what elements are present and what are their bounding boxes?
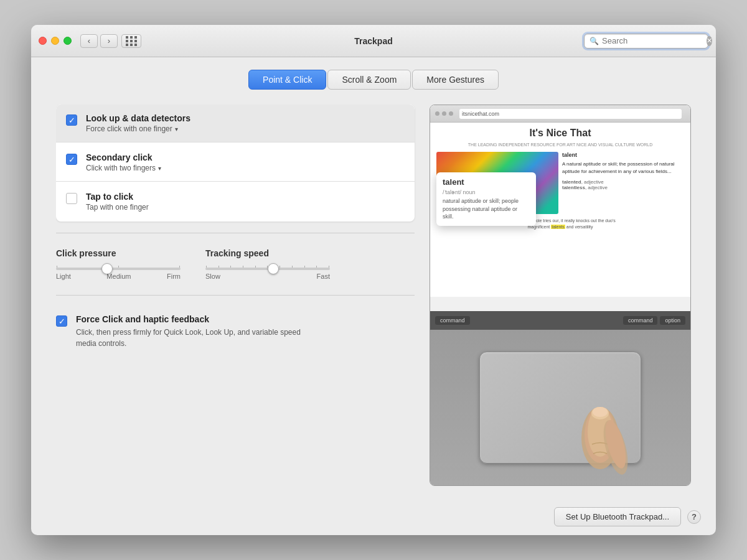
- divider-2: [56, 295, 415, 296]
- force-click-label: Force Click and haptic feedback: [76, 314, 312, 324]
- option-lookup-text: Look up & data detectors Force click wit…: [86, 113, 190, 133]
- search-box[interactable]: 🔍 ✕: [584, 34, 708, 49]
- option-secondary-click-text: Secondary click Click with two fingers ▾: [86, 152, 161, 172]
- browser-dot-3: [449, 111, 453, 116]
- popup-definition: natural aptitude or skill; people posses…: [443, 197, 530, 221]
- browser-address: itsnicethat.com: [459, 109, 682, 119]
- secondary-dropdown-arrow[interactable]: ▾: [158, 165, 161, 172]
- browser-content: It's Nice That THE LEADING INDEPENDENT R…: [430, 123, 690, 297]
- lookup-dropdown-arrow[interactable]: ▾: [175, 126, 178, 133]
- trackpad-surface: [479, 352, 641, 464]
- sliders-section: Click pressure Light Medium Firm: [56, 243, 415, 285]
- content-area: Point & Click Scroll & Zoom More Gesture…: [31, 57, 716, 498]
- click-pressure-labels: Light Medium Firm: [56, 273, 181, 280]
- tracking-speed-group: Tracking speed Slow Fast: [205, 248, 330, 280]
- option-lookup-label: Look up & data detectors: [86, 113, 190, 123]
- right-panel: itsnicethat.com It's Nice That THE LEADI…: [430, 105, 691, 486]
- article-more-text: talented, adjective talentless, adjectiv…: [562, 179, 684, 190]
- force-click-description: Click, then press firmly for Quick Look,…: [76, 327, 312, 349]
- tracking-speed-labels: Slow Fast: [205, 273, 330, 280]
- force-click-section[interactable]: ✓ Force Click and haptic feedback Click,…: [56, 306, 415, 358]
- secondary-sub-text: Click with two fingers: [86, 164, 156, 172]
- article-text: A natural aptitude or skill; the possess…: [562, 161, 684, 175]
- kbd-option: option: [660, 316, 685, 325]
- lookup-sub-text: Force click with one finger: [86, 124, 172, 133]
- label-firm: Firm: [167, 273, 181, 280]
- grid-button[interactable]: [121, 34, 141, 48]
- label-medium: Medium: [106, 273, 131, 280]
- setup-bluetooth-button[interactable]: Set Up Bluetooth Trackpad...: [554, 507, 681, 526]
- main-window: ‹ › Trackpad 🔍 ✕ Point & Click Scroll & …: [31, 25, 716, 535]
- checkbox-lookup[interactable]: ✓: [66, 114, 77, 126]
- lookup-popup: talent /ˈtalənt/ noun natural aptitude o…: [436, 172, 536, 226]
- bottom-bar: Set Up Bluetooth Trackpad... ?: [31, 498, 716, 535]
- site-subtitle: THE LEADING INDEPENDENT RESOURCE FOR ART…: [436, 142, 684, 147]
- popup-phonetic: /ˈtalənt/ noun: [443, 189, 530, 195]
- window-title: Trackpad: [354, 36, 392, 46]
- forward-icon: ›: [108, 36, 110, 45]
- option-secondary-click-sublabel: Click with two fingers ▾: [86, 164, 161, 172]
- site-title: It's Nice That: [436, 128, 684, 139]
- option-tap-to-click-label: Tap to click: [86, 192, 149, 202]
- help-button[interactable]: ?: [687, 510, 701, 524]
- title-bar: ‹ › Trackpad 🔍 ✕: [31, 25, 716, 57]
- left-panel: ✓ Look up & data detectors Force click w…: [56, 105, 415, 486]
- trackpad-preview: command command option: [430, 311, 690, 485]
- tab-bar: Point & Click Scroll & Zoom More Gesture…: [56, 70, 691, 90]
- option-secondary-click[interactable]: ✓ Secondary click Click with two fingers…: [56, 144, 415, 182]
- main-layout: ✓ Look up & data detectors Force click w…: [56, 105, 691, 486]
- maximize-button[interactable]: [63, 37, 72, 45]
- click-pressure-label: Click pressure: [56, 248, 181, 258]
- checkbox-tap-to-click[interactable]: [66, 193, 77, 204]
- tracking-speed-slider[interactable]: [205, 268, 330, 270]
- minimize-button[interactable]: [51, 37, 59, 45]
- click-pressure-wrap: Light Medium Firm: [56, 266, 181, 280]
- search-clear-button[interactable]: ✕: [707, 36, 712, 46]
- divider: [56, 233, 415, 233]
- article-sidebar: talent A natural aptitude or skill; the …: [562, 152, 684, 214]
- label-light: Light: [56, 273, 71, 280]
- browser-content-inner: It's Nice That THE LEADING INDEPENDENT R…: [430, 123, 690, 235]
- kbd-command-left: command: [435, 316, 470, 325]
- click-pressure-slider[interactable]: [56, 268, 181, 270]
- options-group: ✓ Look up & data detectors Force click w…: [56, 105, 415, 222]
- option-tap-to-click-text: Tap to click Tap with one finger: [86, 192, 149, 212]
- browser-dot-1: [435, 111, 439, 116]
- traffic-lights: [39, 37, 72, 45]
- tap-sub-text: Tap with one finger: [86, 203, 149, 212]
- back-icon: ‹: [88, 36, 90, 45]
- close-button[interactable]: [39, 37, 47, 45]
- tracking-speed-label: Tracking speed: [205, 248, 330, 258]
- tab-point-click[interactable]: Point & Click: [248, 70, 326, 90]
- tab-more-gestures[interactable]: More Gestures: [412, 70, 499, 90]
- finger-illustration: [566, 401, 634, 482]
- option-lookup-sublabel: Force click with one finger ▾: [86, 124, 190, 133]
- browser-preview: itsnicethat.com It's Nice That THE LEADI…: [430, 105, 690, 311]
- nav-buttons: ‹ ›: [80, 34, 118, 48]
- label-slow: Slow: [205, 273, 220, 280]
- option-secondary-click-label: Secondary click: [86, 152, 161, 162]
- svg-point-4: [593, 407, 608, 417]
- browser-url: itsnicethat.com: [462, 111, 499, 117]
- option-tap-to-click[interactable]: Tap to click Tap with one finger: [56, 183, 415, 220]
- checkbox-force-click[interactable]: ✓: [56, 315, 67, 327]
- back-button[interactable]: ‹: [80, 34, 98, 48]
- option-lookup[interactable]: ✓ Look up & data detectors Force click w…: [56, 105, 415, 142]
- forward-button[interactable]: ›: [100, 34, 118, 48]
- force-click-text: Force Click and haptic feedback Click, t…: [76, 314, 312, 349]
- option-tap-to-click-sublabel: Tap with one finger: [86, 203, 149, 212]
- browser-chrome: itsnicethat.com: [430, 105, 690, 123]
- grid-icon: [126, 36, 138, 46]
- browser-dot-2: [442, 111, 446, 116]
- highlight-word: talents: [551, 225, 565, 229]
- keyboard-bar: command command option: [430, 311, 690, 330]
- search-input[interactable]: [602, 36, 707, 45]
- checkbox-secondary-click[interactable]: ✓: [66, 154, 77, 165]
- click-pressure-group: Click pressure Light Medium Firm: [56, 248, 181, 280]
- tab-scroll-zoom[interactable]: Scroll & Zoom: [327, 70, 411, 90]
- kbd-command-right: command: [623, 316, 658, 325]
- label-fast: Fast: [317, 273, 330, 280]
- tracking-speed-wrap: Slow Fast: [205, 266, 330, 280]
- search-icon: 🔍: [590, 37, 599, 45]
- popup-word: talent: [443, 177, 530, 187]
